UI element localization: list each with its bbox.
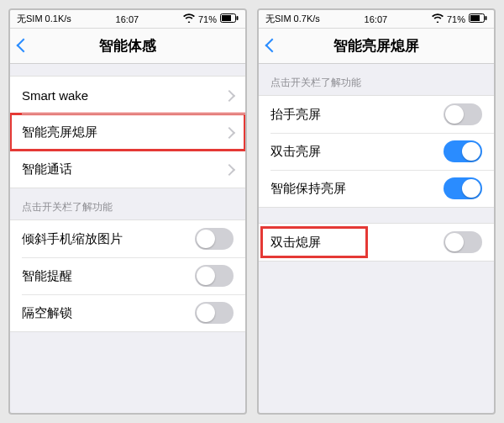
toggle-double-tap-wake[interactable] [444, 140, 482, 162]
row-double-tap-wake[interactable]: 双击亮屏 [259, 133, 494, 170]
row-label: 智能通话 [22, 161, 72, 177]
svg-rect-1 [222, 15, 231, 21]
row-air-unlock[interactable]: 隔空解锁 [10, 294, 245, 331]
settings-group-2: 双击熄屏 [259, 223, 494, 262]
chevron-right-icon [225, 162, 234, 177]
svg-rect-2 [236, 16, 238, 20]
chevron-right-icon [225, 88, 234, 103]
settings-group-1: Smart wake 智能亮屏熄屏 智能通话 [10, 76, 245, 188]
chevron-right-icon [225, 125, 234, 140]
toggle-smart-alert[interactable] [195, 265, 234, 287]
row-label: 隔空解锁 [22, 305, 72, 321]
phone-left: 无SIM 0.1K/s 16:07 71% 智能体感 Smart wake 智能… [8, 8, 247, 415]
row-label: 智能提醒 [22, 268, 72, 284]
battery-icon [220, 13, 239, 24]
row-label: 双击亮屏 [270, 144, 321, 160]
status-sim: 无SIM 0.1K/s [17, 13, 71, 25]
battery-icon [469, 13, 487, 24]
status-bar: 无SIM 0.1K/s 16:07 71% [10, 10, 245, 29]
header: 智能体感 [10, 29, 245, 64]
svg-rect-4 [470, 15, 480, 21]
settings-group-2: 倾斜手机缩放图片 智能提醒 隔空解锁 [10, 219, 245, 332]
settings-group-1: 抬手亮屏 双击亮屏 智能保持亮屏 [259, 95, 494, 208]
header: 智能亮屏熄屏 [259, 29, 494, 64]
row-label: 抬手亮屏 [270, 107, 321, 123]
row-label: 智能亮屏熄屏 [22, 124, 97, 140]
status-bar: 无SIM 0.7K/s 16:07 71% [259, 10, 494, 29]
row-double-tap-sleep[interactable]: 双击熄屏 [259, 224, 494, 261]
toggle-smart-stay[interactable] [444, 177, 482, 199]
row-smart-alert[interactable]: 智能提醒 [10, 257, 245, 294]
row-label: 智能保持亮屏 [270, 181, 346, 197]
page-title: 智能亮屏熄屏 [333, 36, 419, 56]
status-time: 16:07 [116, 14, 139, 24]
toggle-tilt-zoom[interactable] [195, 228, 234, 250]
back-button[interactable] [18, 39, 29, 54]
wifi-icon [183, 13, 195, 24]
status-battery: 71% [198, 14, 217, 24]
row-smart-screen-onoff[interactable]: 智能亮屏熄屏 [10, 114, 245, 151]
phone-right: 无SIM 0.7K/s 16:07 71% 智能亮屏熄屏 点击开关栏了解功能 抬… [257, 8, 496, 415]
wifi-icon [432, 13, 444, 24]
svg-rect-5 [485, 16, 486, 20]
row-tilt-zoom[interactable]: 倾斜手机缩放图片 [10, 220, 245, 257]
back-button[interactable] [267, 39, 277, 54]
row-smart-call[interactable]: 智能通话 [10, 151, 245, 188]
toggle-raise-to-wake[interactable] [444, 103, 482, 125]
row-label: Smart wake [22, 88, 88, 103]
section-hint: 点击开关栏了解功能 [10, 188, 245, 219]
status-sim: 无SIM 0.7K/s [265, 13, 320, 25]
section-hint: 点击开关栏了解功能 [259, 64, 494, 95]
row-smart-stay[interactable]: 智能保持亮屏 [259, 170, 494, 207]
toggle-air-unlock[interactable] [195, 302, 234, 324]
status-battery: 71% [447, 14, 465, 24]
row-label: 倾斜手机缩放图片 [22, 231, 123, 247]
status-time: 16:07 [365, 14, 388, 24]
row-label: 双击熄屏 [270, 235, 321, 251]
row-smart-wake[interactable]: Smart wake [10, 77, 245, 114]
page-title: 智能体感 [99, 36, 156, 56]
row-raise-to-wake[interactable]: 抬手亮屏 [259, 96, 494, 133]
toggle-double-tap-sleep[interactable] [444, 231, 482, 253]
